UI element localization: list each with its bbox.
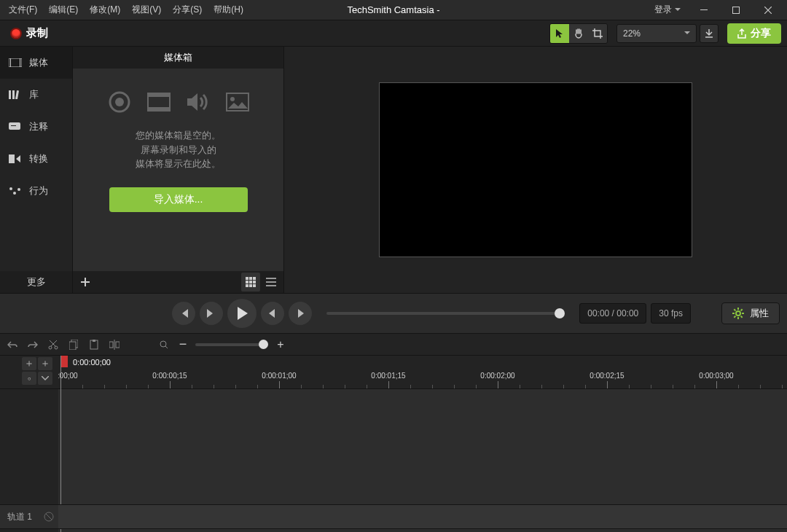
maximize-button[interactable] [720,0,752,20]
menu-view[interactable]: 视图(V) [126,1,167,19]
svg-rect-32 [266,285,276,286]
toolbar: 录制 22% 分享 [0,20,787,47]
canvas-tool-group [549,23,608,44]
add-marker-button[interactable]: ＋ [22,357,36,370]
record-button[interactable]: 录制 [6,25,52,42]
main-menu: 文件(F) 编辑(E) 修改(M) 视图(V) 分享(S) 帮助(H) [3,1,249,19]
svg-rect-25 [249,281,252,283]
pan-tool[interactable] [569,24,588,43]
sidebar-item-behaviors[interactable]: 行为 [0,175,72,207]
step-back-button[interactable] [261,302,284,325]
paste-button[interactable] [87,338,101,351]
svg-point-20 [230,97,235,101]
svg-point-15 [115,98,124,106]
sidebar-item-label: 媒体 [29,56,48,69]
image-icon [224,89,251,115]
gear-icon [732,308,744,319]
tools-sidebar: 媒体 库 注释 转换 行为 更多 [0,47,73,293]
chevron-down-icon [675,8,681,12]
svg-rect-39 [109,342,113,348]
sidebar-item-label: 注释 [29,120,48,133]
timeline: ＋ ＋ ◦ 轨道 1 0:00:00;00 0:00:00;000:00:00;… [0,356,787,532]
time-display: 00:00 / 00:00 [579,303,646,324]
svg-rect-30 [266,278,276,279]
next-frame-button[interactable] [200,302,223,325]
sidebar-item-label: 转换 [29,152,48,165]
step-forward-button[interactable] [289,302,312,325]
svg-rect-4 [20,58,20,67]
svg-rect-26 [253,281,256,283]
menu-share[interactable]: 分享(S) [167,1,208,19]
fps-display: 30 fps [651,303,691,324]
playhead-marker-icon[interactable] [60,356,68,367]
menu-edit[interactable]: 编辑(E) [43,1,84,19]
svg-rect-28 [249,284,252,287]
svg-point-34 [49,346,52,349]
timeline-toolbar: − + [0,334,787,356]
crop-tool[interactable] [588,24,607,43]
list-view-button[interactable] [262,273,281,292]
svg-rect-10 [9,154,15,163]
speaker-icon [185,89,211,115]
track-1-label[interactable]: 轨道 1 [0,504,58,529]
chevron-down-icon [684,31,690,35]
annotations-icon [9,122,22,132]
timeline-zoom-slider[interactable] [195,343,268,346]
svg-rect-21 [246,277,248,280]
sidebar-item-label: 库 [29,88,39,101]
svg-rect-31 [266,281,276,283]
redo-button[interactable] [26,338,39,351]
close-button[interactable] [752,0,784,20]
track-1-lane[interactable] [58,504,787,529]
canvas-area [284,47,787,293]
svg-rect-18 [148,107,170,111]
svg-rect-24 [246,281,248,283]
menu-help[interactable]: 帮助(H) [208,1,249,19]
preview-canvas[interactable] [379,82,692,257]
media-icon [9,58,22,68]
cut-button[interactable] [47,338,60,351]
svg-rect-1 [733,7,740,13]
zoom-in-button[interactable]: + [274,338,287,351]
sidebar-item-library[interactable]: 库 [0,79,72,111]
split-button[interactable] [108,338,121,351]
track-disable-icon[interactable] [44,512,54,522]
sidebar-more-button[interactable]: 更多 [0,271,72,293]
play-button[interactable] [227,299,257,328]
media-type-icons [106,89,251,115]
menu-modify[interactable]: 修改(M) [84,1,126,19]
playback-slider[interactable] [326,312,565,315]
svg-point-33 [736,311,740,316]
timeline-tracks-area[interactable]: 0:00:00;00 0:00:00;000:00:00;150:00:01;0… [58,356,787,532]
collapse-button[interactable] [38,372,52,385]
sidebar-item-transitions[interactable]: 转换 [0,143,72,175]
timeline-ruler[interactable]: 0:00:00;000:00:00;150:00:01;000:00:01;15… [58,369,787,389]
prev-frame-button[interactable] [172,302,195,325]
svg-rect-0 [700,9,708,10]
media-bin-empty-text: 您的媒体箱是空的。 屏幕录制和导入的 媒体将显示在此处。 [136,128,221,171]
canvas-zoom-select[interactable]: 22% [616,24,697,43]
add-track-button[interactable]: ＋ [38,357,52,370]
sidebar-item-media[interactable]: 媒体 [0,47,72,79]
import-media-button[interactable]: 导入媒体... [109,187,248,212]
svg-point-12 [13,192,16,195]
svg-point-13 [17,188,20,191]
svg-rect-36 [69,342,76,350]
sidebar-item-annotations[interactable]: 注释 [0,111,72,143]
grid-view-button[interactable] [241,273,260,292]
select-tool[interactable] [550,24,569,43]
minimize-button[interactable] [688,0,720,20]
track-option-button[interactable]: ◦ [22,372,36,385]
add-media-button[interactable] [76,273,95,292]
login-button[interactable]: 登录 [647,1,688,19]
svg-rect-23 [253,277,256,280]
properties-button[interactable]: 属性 [721,302,780,324]
download-button[interactable] [700,24,719,43]
menu-file[interactable]: 文件(F) [3,1,43,19]
share-button[interactable]: 分享 [727,23,781,44]
title-bar: 文件(F) 编辑(E) 修改(M) 视图(V) 分享(S) 帮助(H) Tech… [0,0,787,20]
zoom-out-button[interactable]: − [176,338,189,351]
undo-button[interactable] [6,338,19,351]
copy-button[interactable] [67,338,80,351]
media-bin-footer [73,271,283,293]
